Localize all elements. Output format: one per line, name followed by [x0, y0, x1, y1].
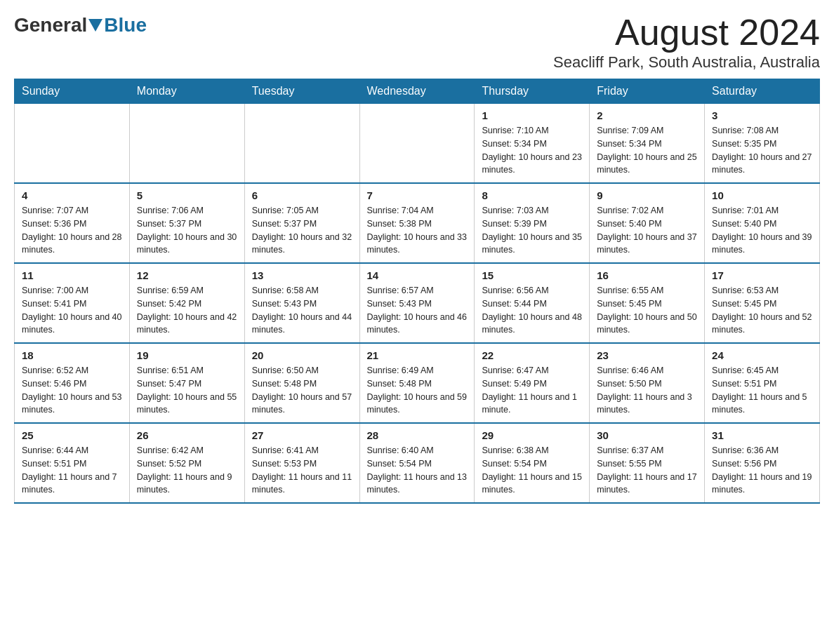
- calendar-cell: 9Sunrise: 7:02 AMSunset: 5:40 PMDaylight…: [590, 183, 705, 263]
- day-number: 28: [367, 429, 468, 441]
- day-info: Sunrise: 6:56 AMSunset: 5:44 PMDaylight:…: [482, 284, 582, 337]
- calendar-header-row: SundayMondayTuesdayWednesdayThursdayFrid…: [15, 79, 820, 104]
- day-number: 2: [597, 109, 697, 121]
- day-number: 31: [712, 429, 812, 441]
- calendar-cell: 17Sunrise: 6:53 AMSunset: 5:45 PMDayligh…: [705, 263, 820, 343]
- day-info: Sunrise: 6:52 AMSunset: 5:46 PMDaylight:…: [22, 364, 122, 417]
- calendar-table: SundayMondayTuesdayWednesdayThursdayFrid…: [14, 79, 820, 504]
- calendar-cell: 6Sunrise: 7:05 AMSunset: 5:37 PMDaylight…: [244, 183, 359, 263]
- calendar-cell: 7Sunrise: 7:04 AMSunset: 5:38 PMDaylight…: [359, 183, 475, 263]
- calendar-cell: 23Sunrise: 6:46 AMSunset: 5:50 PMDayligh…: [590, 343, 705, 423]
- day-number: 17: [712, 269, 812, 281]
- day-info: Sunrise: 6:40 AMSunset: 5:54 PMDaylight:…: [367, 444, 468, 497]
- day-info: Sunrise: 7:02 AMSunset: 5:40 PMDaylight:…: [597, 204, 697, 257]
- calendar-cell: 2Sunrise: 7:09 AMSunset: 5:34 PMDaylight…: [590, 104, 705, 184]
- day-number: 27: [252, 429, 352, 441]
- day-number: 9: [597, 189, 697, 201]
- day-info: Sunrise: 7:00 AMSunset: 5:41 PMDaylight:…: [22, 284, 122, 337]
- calendar-cell: 25Sunrise: 6:44 AMSunset: 5:51 PMDayligh…: [15, 423, 130, 503]
- calendar-cell: 31Sunrise: 6:36 AMSunset: 5:56 PMDayligh…: [705, 423, 820, 503]
- day-info: Sunrise: 6:47 AMSunset: 5:49 PMDaylight:…: [482, 364, 582, 417]
- calendar-cell: [129, 104, 244, 184]
- logo-general-text: General: [14, 14, 87, 36]
- day-number: 21: [367, 349, 468, 361]
- calendar-cell: 14Sunrise: 6:57 AMSunset: 5:43 PMDayligh…: [359, 263, 475, 343]
- logo-triangle-icon: [88, 19, 102, 32]
- calendar-cell: 19Sunrise: 6:51 AMSunset: 5:47 PMDayligh…: [129, 343, 244, 423]
- day-number: 19: [137, 349, 237, 361]
- day-info: Sunrise: 6:46 AMSunset: 5:50 PMDaylight:…: [597, 364, 697, 417]
- day-number: 14: [367, 269, 468, 281]
- day-info: Sunrise: 6:45 AMSunset: 5:51 PMDaylight:…: [712, 364, 812, 417]
- day-info: Sunrise: 6:42 AMSunset: 5:52 PMDaylight:…: [137, 444, 237, 497]
- page-header: General Blue August 2024 Seacliff Park, …: [14, 14, 820, 72]
- day-number: 20: [252, 349, 352, 361]
- day-info: Sunrise: 6:49 AMSunset: 5:48 PMDaylight:…: [367, 364, 468, 417]
- location-title: Seacliff Park, South Australia, Australi…: [553, 53, 820, 72]
- calendar-cell: 5Sunrise: 7:06 AMSunset: 5:37 PMDaylight…: [129, 183, 244, 263]
- day-info: Sunrise: 6:57 AMSunset: 5:43 PMDaylight:…: [367, 284, 468, 337]
- day-info: Sunrise: 7:05 AMSunset: 5:37 PMDaylight:…: [252, 204, 352, 257]
- calendar-cell: [15, 104, 130, 184]
- month-title: August 2024: [553, 14, 820, 51]
- day-info: Sunrise: 7:06 AMSunset: 5:37 PMDaylight:…: [137, 204, 237, 257]
- day-number: 10: [712, 189, 812, 201]
- day-info: Sunrise: 7:03 AMSunset: 5:39 PMDaylight:…: [482, 204, 582, 257]
- calendar-cell: 12Sunrise: 6:59 AMSunset: 5:42 PMDayligh…: [129, 263, 244, 343]
- day-number: 5: [137, 189, 237, 201]
- calendar-cell: 29Sunrise: 6:38 AMSunset: 5:54 PMDayligh…: [475, 423, 590, 503]
- calendar-cell: 8Sunrise: 7:03 AMSunset: 5:39 PMDaylight…: [475, 183, 590, 263]
- calendar-cell: 30Sunrise: 6:37 AMSunset: 5:55 PMDayligh…: [590, 423, 705, 503]
- calendar-cell: 20Sunrise: 6:50 AMSunset: 5:48 PMDayligh…: [244, 343, 359, 423]
- calendar-cell: 24Sunrise: 6:45 AMSunset: 5:51 PMDayligh…: [705, 343, 820, 423]
- day-number: 3: [712, 109, 812, 121]
- calendar-cell: 10Sunrise: 7:01 AMSunset: 5:40 PMDayligh…: [705, 183, 820, 263]
- day-info: Sunrise: 7:10 AMSunset: 5:34 PMDaylight:…: [482, 124, 582, 177]
- day-number: 23: [597, 349, 697, 361]
- day-number: 11: [22, 269, 122, 281]
- logo-blue-text: Blue: [104, 14, 147, 36]
- column-header-wednesday: Wednesday: [359, 79, 475, 104]
- calendar-cell: 3Sunrise: 7:08 AMSunset: 5:35 PMDaylight…: [705, 104, 820, 184]
- calendar-week-4: 18Sunrise: 6:52 AMSunset: 5:46 PMDayligh…: [15, 343, 820, 423]
- calendar-cell: 26Sunrise: 6:42 AMSunset: 5:52 PMDayligh…: [129, 423, 244, 503]
- day-number: 26: [137, 429, 237, 441]
- day-info: Sunrise: 7:09 AMSunset: 5:34 PMDaylight:…: [597, 124, 697, 177]
- calendar-cell: 21Sunrise: 6:49 AMSunset: 5:48 PMDayligh…: [359, 343, 475, 423]
- calendar-cell: 11Sunrise: 7:00 AMSunset: 5:41 PMDayligh…: [15, 263, 130, 343]
- day-number: 15: [482, 269, 582, 281]
- column-header-sunday: Sunday: [15, 79, 130, 104]
- day-info: Sunrise: 7:04 AMSunset: 5:38 PMDaylight:…: [367, 204, 468, 257]
- column-header-monday: Monday: [129, 79, 244, 104]
- logo: General Blue: [14, 14, 147, 36]
- day-number: 7: [367, 189, 468, 201]
- column-header-saturday: Saturday: [705, 79, 820, 104]
- day-number: 6: [252, 189, 352, 201]
- calendar-cell: 16Sunrise: 6:55 AMSunset: 5:45 PMDayligh…: [590, 263, 705, 343]
- calendar-cell: 27Sunrise: 6:41 AMSunset: 5:53 PMDayligh…: [244, 423, 359, 503]
- calendar-cell: 4Sunrise: 7:07 AMSunset: 5:36 PMDaylight…: [15, 183, 130, 263]
- calendar-week-3: 11Sunrise: 7:00 AMSunset: 5:41 PMDayligh…: [15, 263, 820, 343]
- calendar-week-5: 25Sunrise: 6:44 AMSunset: 5:51 PMDayligh…: [15, 423, 820, 503]
- day-number: 29: [482, 429, 582, 441]
- day-info: Sunrise: 6:53 AMSunset: 5:45 PMDaylight:…: [712, 284, 812, 337]
- day-info: Sunrise: 6:51 AMSunset: 5:47 PMDaylight:…: [137, 364, 237, 417]
- day-number: 16: [597, 269, 697, 281]
- column-header-tuesday: Tuesday: [244, 79, 359, 104]
- calendar-cell: [359, 104, 475, 184]
- column-header-friday: Friday: [590, 79, 705, 104]
- calendar-week-2: 4Sunrise: 7:07 AMSunset: 5:36 PMDaylight…: [15, 183, 820, 263]
- day-info: Sunrise: 7:07 AMSunset: 5:36 PMDaylight:…: [22, 204, 122, 257]
- calendar-cell: 18Sunrise: 6:52 AMSunset: 5:46 PMDayligh…: [15, 343, 130, 423]
- day-info: Sunrise: 6:55 AMSunset: 5:45 PMDaylight:…: [597, 284, 697, 337]
- day-number: 8: [482, 189, 582, 201]
- day-number: 4: [22, 189, 122, 201]
- day-info: Sunrise: 6:36 AMSunset: 5:56 PMDaylight:…: [712, 444, 812, 497]
- day-number: 22: [482, 349, 582, 361]
- calendar-cell: 28Sunrise: 6:40 AMSunset: 5:54 PMDayligh…: [359, 423, 475, 503]
- day-info: Sunrise: 6:44 AMSunset: 5:51 PMDaylight:…: [22, 444, 122, 497]
- day-number: 30: [597, 429, 697, 441]
- day-number: 1: [482, 109, 582, 121]
- calendar-cell: 15Sunrise: 6:56 AMSunset: 5:44 PMDayligh…: [475, 263, 590, 343]
- calendar-cell: 13Sunrise: 6:58 AMSunset: 5:43 PMDayligh…: [244, 263, 359, 343]
